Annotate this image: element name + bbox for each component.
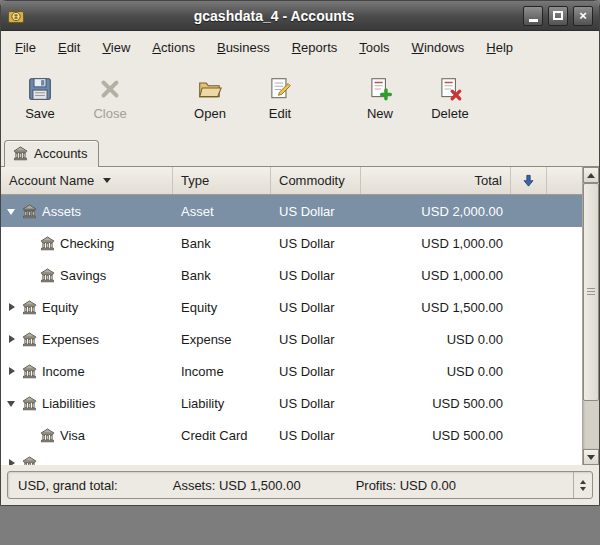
account-commodity: US Dollar <box>271 364 361 379</box>
maximize-icon <box>553 11 563 20</box>
titlebar[interactable]: gcashdata_4 - Accounts × <box>1 1 599 31</box>
close-window-button[interactable]: × <box>573 6 593 26</box>
vertical-scrollbar[interactable] <box>582 167 599 465</box>
open-folder-icon <box>197 76 223 102</box>
scrollbar-thumb[interactable] <box>583 183 599 401</box>
account-commodity: US Dollar <box>271 332 361 347</box>
stepper-down-icon <box>580 487 586 491</box>
scroll-up-button[interactable] <box>583 167 599 183</box>
save-button[interactable]: Save <box>11 68 69 128</box>
minimize-icon <box>529 19 538 22</box>
account-name: Equity <box>42 300 78 315</box>
table-row-assets[interactable]: Assets Asset US Dollar USD 2,000.00 <box>1 195 582 227</box>
edit-button[interactable]: Edit <box>251 68 309 128</box>
column-header-account-name[interactable]: Account Name <box>1 167 173 194</box>
menu-windows[interactable]: Windows <box>401 34 476 61</box>
table-row-visa[interactable]: Visa Credit Card US Dollar USD 500.00 <box>1 419 582 451</box>
account-type: Equity <box>173 300 271 315</box>
account-type: Income <box>173 364 271 379</box>
account-commodity: US Dollar <box>271 396 361 411</box>
sort-indicator-icon <box>103 178 111 183</box>
account-commodity: US Dollar <box>271 428 361 443</box>
grand-total-label: USD, grand total: <box>18 478 118 493</box>
account-type: Bank <box>173 236 271 251</box>
bank-icon <box>40 428 55 443</box>
bank-icon <box>22 204 37 219</box>
toolbar: Save Close Open Edit New Delete <box>1 63 599 133</box>
expander-icon[interactable] <box>6 205 19 218</box>
menu-view[interactable]: View <box>91 34 141 61</box>
account-total: USD 2,000.00 <box>361 204 511 219</box>
save-icon <box>27 76 53 102</box>
account-commodity: US Dollar <box>271 236 361 251</box>
account-type: Asset <box>173 204 271 219</box>
account-total: USD 500.00 <box>361 428 511 443</box>
menu-business[interactable]: Business <box>206 34 281 61</box>
account-total: USD 1,000.00 <box>361 268 511 283</box>
menu-file[interactable]: File <box>4 34 47 61</box>
tab-accounts[interactable]: Accounts <box>4 140 99 167</box>
minimize-button[interactable] <box>523 6 543 26</box>
summary-stepper[interactable] <box>573 472 592 498</box>
account-name: Expenses <box>42 332 99 347</box>
table-row-income[interactable]: Income Income US Dollar USD 0.00 <box>1 355 582 387</box>
account-name: Visa <box>60 428 85 443</box>
delete-button[interactable]: Delete <box>421 68 479 128</box>
column-options-arrow-icon <box>521 173 536 188</box>
menu-reports[interactable]: Reports <box>281 34 349 61</box>
menubar: File Edit View Actions Business Reports … <box>1 31 599 63</box>
account-total: USD 500.00 <box>361 396 511 411</box>
menu-help[interactable]: Help <box>475 34 524 61</box>
table-row-savings[interactable]: Savings Bank US Dollar USD 1,000.00 <box>1 259 582 291</box>
down-arrow-icon <box>587 455 595 460</box>
table-row-partial[interactable] <box>1 451 582 465</box>
expander-icon[interactable] <box>6 397 19 410</box>
expander-icon[interactable] <box>6 333 19 346</box>
bank-icon <box>22 332 37 347</box>
table-row-expenses[interactable]: Expenses Expense US Dollar USD 0.00 <box>1 323 582 355</box>
expander-icon <box>6 457 19 465</box>
table-row-liabilities[interactable]: Liabilities Liability US Dollar USD 500.… <box>1 387 582 419</box>
new-button[interactable]: New <box>351 68 409 128</box>
expander-icon[interactable] <box>6 365 19 378</box>
statusbar: USD, grand total: Assets: USD 1,500.00 P… <box>1 465 599 505</box>
scroll-down-button[interactable] <box>583 449 599 465</box>
table-row-checking[interactable]: Checking Bank US Dollar USD 1,000.00 <box>1 227 582 259</box>
header-filler <box>547 167 582 194</box>
gnucash-window: gcashdata_4 - Accounts × File Edit View … <box>0 0 600 506</box>
delete-account-icon <box>437 76 463 102</box>
account-total: USD 0.00 <box>361 364 511 379</box>
close-button[interactable]: Close <box>81 68 139 128</box>
account-commodity: US Dollar <box>271 268 361 283</box>
menu-actions[interactable]: Actions <box>141 34 206 61</box>
bank-icon <box>22 456 37 465</box>
scrollbar-track[interactable] <box>583 183 599 449</box>
close-icon: × <box>579 9 587 22</box>
expander-icon[interactable] <box>6 301 19 314</box>
bank-icon <box>40 268 55 283</box>
maximize-button[interactable] <box>548 6 568 26</box>
account-type: Bank <box>173 268 271 283</box>
assets-total: Assets: USD 1,500.00 <box>173 478 301 493</box>
column-options-button[interactable] <box>511 167 547 194</box>
account-name: Income <box>42 364 85 379</box>
table-row-equity[interactable]: Equity Equity US Dollar USD 1,500.00 <box>1 291 582 323</box>
account-name: Savings <box>60 268 106 283</box>
bank-icon <box>22 396 37 411</box>
open-button[interactable]: Open <box>181 68 239 128</box>
account-name: Assets <box>42 204 81 219</box>
menu-tools[interactable]: Tools <box>348 34 400 61</box>
app-icon <box>7 7 25 25</box>
account-total: USD 1,000.00 <box>361 236 511 251</box>
close-icon <box>97 76 123 102</box>
menu-edit[interactable]: Edit <box>47 34 91 61</box>
account-type: Credit Card <box>173 428 271 443</box>
account-commodity: US Dollar <box>271 300 361 315</box>
account-type: Expense <box>173 332 271 347</box>
tab-label: Accounts <box>34 146 87 161</box>
stepper-up-icon <box>580 480 586 484</box>
column-header-total[interactable]: Total <box>361 167 511 194</box>
column-header-commodity[interactable]: Commodity <box>271 167 361 194</box>
account-total: USD 0.00 <box>361 332 511 347</box>
column-header-type[interactable]: Type <box>173 167 271 194</box>
